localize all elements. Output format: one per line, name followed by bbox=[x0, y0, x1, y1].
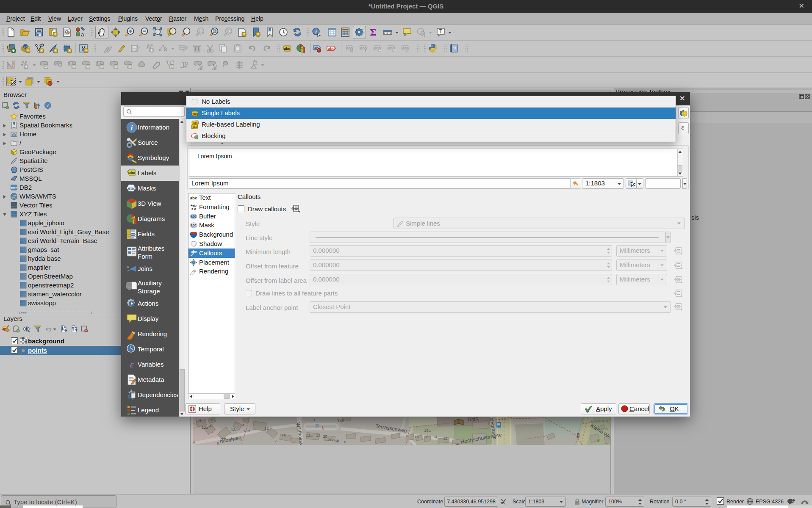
svg-text:abc: abc bbox=[192, 126, 197, 129]
svg-text:?: ? bbox=[453, 45, 457, 52]
svg-text:✳: ✳ bbox=[86, 65, 90, 69]
svg-text:T: T bbox=[439, 28, 443, 34]
svg-text:✳: ✳ bbox=[242, 31, 246, 36]
svg-text:✳: ✳ bbox=[84, 48, 88, 53]
svg-text:⟳: ⟳ bbox=[170, 65, 174, 69]
svg-text:✳: ✳ bbox=[256, 31, 260, 36]
svg-text:✳: ✳ bbox=[100, 65, 104, 69]
svg-text:abc: abc bbox=[128, 186, 136, 191]
svg-text:abc: abc bbox=[328, 47, 335, 51]
svg-text:✳: ✳ bbox=[67, 48, 71, 53]
svg-text:abc: abc bbox=[193, 121, 198, 124]
svg-text:i: i bbox=[131, 124, 133, 132]
svg-text:Σ: Σ bbox=[370, 27, 377, 37]
svg-text:✳: ✳ bbox=[26, 48, 30, 53]
svg-text:✳: ✳ bbox=[39, 48, 43, 53]
svg-text:✳: ✳ bbox=[72, 65, 76, 69]
svg-text:i: i bbox=[315, 28, 317, 35]
svg-text:✳: ✳ bbox=[53, 31, 57, 36]
svg-text:< c: < c bbox=[191, 207, 196, 211]
svg-text:a: a bbox=[81, 31, 84, 37]
svg-text:1:1: 1:1 bbox=[199, 30, 203, 33]
svg-text:✕: ✕ bbox=[128, 65, 132, 69]
svg-text:DB2: DB2 bbox=[11, 187, 17, 190]
svg-text:abc: abc bbox=[129, 171, 135, 175]
svg-text:i: i bbox=[47, 103, 48, 108]
svg-text:✕: ✕ bbox=[114, 65, 118, 69]
svg-text:abc: abc bbox=[191, 223, 197, 227]
svg-text:✳: ✳ bbox=[53, 48, 57, 53]
svg-text:abc: abc bbox=[360, 46, 366, 50]
svg-text:abc: abc bbox=[191, 214, 197, 218]
svg-text:abc: abc bbox=[191, 249, 197, 254]
svg-text:abc: abc bbox=[284, 47, 290, 51]
svg-text:abc: abc bbox=[402, 46, 408, 50]
svg-text:abc: abc bbox=[193, 112, 198, 115]
svg-text:ε: ε bbox=[130, 359, 134, 370]
svg-text:abc: abc bbox=[190, 196, 197, 200]
